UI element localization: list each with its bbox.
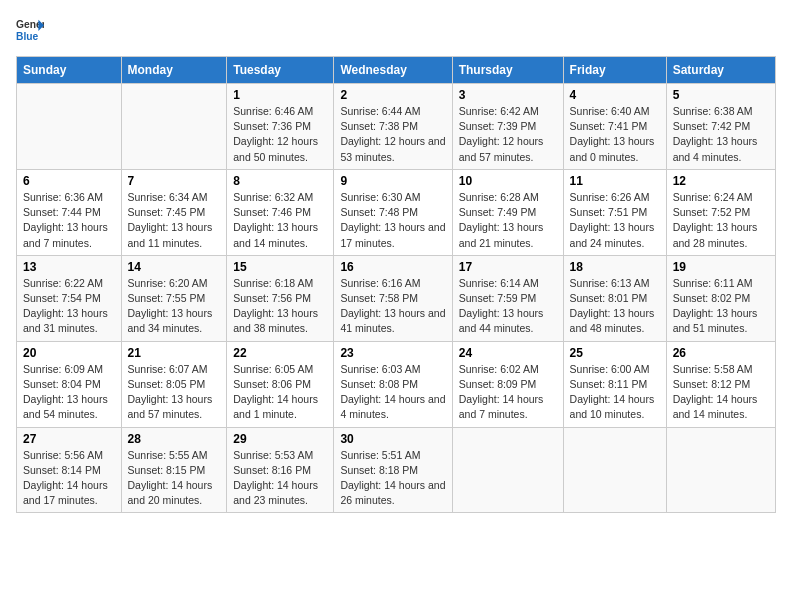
- column-header-thursday: Thursday: [452, 57, 563, 84]
- day-cell: 9Sunrise: 6:30 AMSunset: 7:48 PMDaylight…: [334, 169, 452, 255]
- day-cell: 28Sunrise: 5:55 AMSunset: 8:15 PMDayligh…: [121, 427, 227, 513]
- week-row-1: 1Sunrise: 6:46 AMSunset: 7:36 PMDaylight…: [17, 84, 776, 170]
- day-detail: Sunrise: 6:18 AMSunset: 7:56 PMDaylight:…: [233, 276, 327, 337]
- day-cell: 20Sunrise: 6:09 AMSunset: 8:04 PMDayligh…: [17, 341, 122, 427]
- day-cell: [666, 427, 775, 513]
- day-detail: Sunrise: 6:11 AMSunset: 8:02 PMDaylight:…: [673, 276, 769, 337]
- day-detail: Sunrise: 5:51 AMSunset: 8:18 PMDaylight:…: [340, 448, 445, 509]
- week-row-5: 27Sunrise: 5:56 AMSunset: 8:14 PMDayligh…: [17, 427, 776, 513]
- day-detail: Sunrise: 6:26 AMSunset: 7:51 PMDaylight:…: [570, 190, 660, 251]
- day-detail: Sunrise: 6:42 AMSunset: 7:39 PMDaylight:…: [459, 104, 557, 165]
- column-header-saturday: Saturday: [666, 57, 775, 84]
- day-detail: Sunrise: 6:13 AMSunset: 8:01 PMDaylight:…: [570, 276, 660, 337]
- day-cell: 18Sunrise: 6:13 AMSunset: 8:01 PMDayligh…: [563, 255, 666, 341]
- day-detail: Sunrise: 6:38 AMSunset: 7:42 PMDaylight:…: [673, 104, 769, 165]
- day-cell: 24Sunrise: 6:02 AMSunset: 8:09 PMDayligh…: [452, 341, 563, 427]
- day-cell: 8Sunrise: 6:32 AMSunset: 7:46 PMDaylight…: [227, 169, 334, 255]
- day-detail: Sunrise: 5:55 AMSunset: 8:15 PMDaylight:…: [128, 448, 221, 509]
- day-cell: 30Sunrise: 5:51 AMSunset: 8:18 PMDayligh…: [334, 427, 452, 513]
- day-cell: 13Sunrise: 6:22 AMSunset: 7:54 PMDayligh…: [17, 255, 122, 341]
- day-number: 22: [233, 346, 327, 360]
- day-number: 7: [128, 174, 221, 188]
- logo: General Blue: [16, 16, 44, 44]
- day-detail: Sunrise: 6:46 AMSunset: 7:36 PMDaylight:…: [233, 104, 327, 165]
- logo-icon: General Blue: [16, 16, 44, 44]
- day-cell: 5Sunrise: 6:38 AMSunset: 7:42 PMDaylight…: [666, 84, 775, 170]
- day-number: 14: [128, 260, 221, 274]
- day-cell: 21Sunrise: 6:07 AMSunset: 8:05 PMDayligh…: [121, 341, 227, 427]
- day-cell: 2Sunrise: 6:44 AMSunset: 7:38 PMDaylight…: [334, 84, 452, 170]
- day-cell: 3Sunrise: 6:42 AMSunset: 7:39 PMDaylight…: [452, 84, 563, 170]
- day-number: 20: [23, 346, 115, 360]
- day-detail: Sunrise: 6:20 AMSunset: 7:55 PMDaylight:…: [128, 276, 221, 337]
- day-number: 12: [673, 174, 769, 188]
- day-number: 5: [673, 88, 769, 102]
- day-detail: Sunrise: 6:02 AMSunset: 8:09 PMDaylight:…: [459, 362, 557, 423]
- day-detail: Sunrise: 6:16 AMSunset: 7:58 PMDaylight:…: [340, 276, 445, 337]
- day-cell: [17, 84, 122, 170]
- day-cell: 1Sunrise: 6:46 AMSunset: 7:36 PMDaylight…: [227, 84, 334, 170]
- column-header-tuesday: Tuesday: [227, 57, 334, 84]
- day-detail: Sunrise: 5:58 AMSunset: 8:12 PMDaylight:…: [673, 362, 769, 423]
- day-cell: 22Sunrise: 6:05 AMSunset: 8:06 PMDayligh…: [227, 341, 334, 427]
- day-number: 30: [340, 432, 445, 446]
- day-number: 24: [459, 346, 557, 360]
- day-number: 19: [673, 260, 769, 274]
- day-cell: 27Sunrise: 5:56 AMSunset: 8:14 PMDayligh…: [17, 427, 122, 513]
- svg-text:Blue: Blue: [16, 31, 39, 42]
- column-header-monday: Monday: [121, 57, 227, 84]
- day-detail: Sunrise: 6:36 AMSunset: 7:44 PMDaylight:…: [23, 190, 115, 251]
- day-detail: Sunrise: 6:30 AMSunset: 7:48 PMDaylight:…: [340, 190, 445, 251]
- day-number: 13: [23, 260, 115, 274]
- day-number: 21: [128, 346, 221, 360]
- day-cell: 23Sunrise: 6:03 AMSunset: 8:08 PMDayligh…: [334, 341, 452, 427]
- column-header-wednesday: Wednesday: [334, 57, 452, 84]
- day-detail: Sunrise: 6:22 AMSunset: 7:54 PMDaylight:…: [23, 276, 115, 337]
- week-row-4: 20Sunrise: 6:09 AMSunset: 8:04 PMDayligh…: [17, 341, 776, 427]
- day-cell: 10Sunrise: 6:28 AMSunset: 7:49 PMDayligh…: [452, 169, 563, 255]
- day-number: 15: [233, 260, 327, 274]
- day-number: 28: [128, 432, 221, 446]
- day-cell: [452, 427, 563, 513]
- day-number: 10: [459, 174, 557, 188]
- header-row: SundayMondayTuesdayWednesdayThursdayFrid…: [17, 57, 776, 84]
- day-cell: 16Sunrise: 6:16 AMSunset: 7:58 PMDayligh…: [334, 255, 452, 341]
- day-detail: Sunrise: 6:05 AMSunset: 8:06 PMDaylight:…: [233, 362, 327, 423]
- day-cell: 19Sunrise: 6:11 AMSunset: 8:02 PMDayligh…: [666, 255, 775, 341]
- day-number: 27: [23, 432, 115, 446]
- day-number: 16: [340, 260, 445, 274]
- day-number: 9: [340, 174, 445, 188]
- day-detail: Sunrise: 6:03 AMSunset: 8:08 PMDaylight:…: [340, 362, 445, 423]
- week-row-3: 13Sunrise: 6:22 AMSunset: 7:54 PMDayligh…: [17, 255, 776, 341]
- day-number: 11: [570, 174, 660, 188]
- day-number: 29: [233, 432, 327, 446]
- day-detail: Sunrise: 5:53 AMSunset: 8:16 PMDaylight:…: [233, 448, 327, 509]
- day-number: 3: [459, 88, 557, 102]
- day-cell: 6Sunrise: 6:36 AMSunset: 7:44 PMDaylight…: [17, 169, 122, 255]
- header: General Blue: [16, 16, 776, 44]
- day-cell: 17Sunrise: 6:14 AMSunset: 7:59 PMDayligh…: [452, 255, 563, 341]
- day-detail: Sunrise: 5:56 AMSunset: 8:14 PMDaylight:…: [23, 448, 115, 509]
- week-row-2: 6Sunrise: 6:36 AMSunset: 7:44 PMDaylight…: [17, 169, 776, 255]
- day-detail: Sunrise: 6:40 AMSunset: 7:41 PMDaylight:…: [570, 104, 660, 165]
- day-number: 1: [233, 88, 327, 102]
- day-cell: 26Sunrise: 5:58 AMSunset: 8:12 PMDayligh…: [666, 341, 775, 427]
- column-header-friday: Friday: [563, 57, 666, 84]
- day-cell: 15Sunrise: 6:18 AMSunset: 7:56 PMDayligh…: [227, 255, 334, 341]
- day-number: 8: [233, 174, 327, 188]
- day-cell: 11Sunrise: 6:26 AMSunset: 7:51 PMDayligh…: [563, 169, 666, 255]
- calendar-table: SundayMondayTuesdayWednesdayThursdayFrid…: [16, 56, 776, 513]
- day-detail: Sunrise: 6:14 AMSunset: 7:59 PMDaylight:…: [459, 276, 557, 337]
- day-cell: 7Sunrise: 6:34 AMSunset: 7:45 PMDaylight…: [121, 169, 227, 255]
- day-detail: Sunrise: 6:34 AMSunset: 7:45 PMDaylight:…: [128, 190, 221, 251]
- day-cell: 29Sunrise: 5:53 AMSunset: 8:16 PMDayligh…: [227, 427, 334, 513]
- day-number: 18: [570, 260, 660, 274]
- day-detail: Sunrise: 6:24 AMSunset: 7:52 PMDaylight:…: [673, 190, 769, 251]
- day-cell: [121, 84, 227, 170]
- day-number: 6: [23, 174, 115, 188]
- day-detail: Sunrise: 6:44 AMSunset: 7:38 PMDaylight:…: [340, 104, 445, 165]
- day-detail: Sunrise: 6:07 AMSunset: 8:05 PMDaylight:…: [128, 362, 221, 423]
- day-number: 25: [570, 346, 660, 360]
- day-cell: 14Sunrise: 6:20 AMSunset: 7:55 PMDayligh…: [121, 255, 227, 341]
- day-number: 26: [673, 346, 769, 360]
